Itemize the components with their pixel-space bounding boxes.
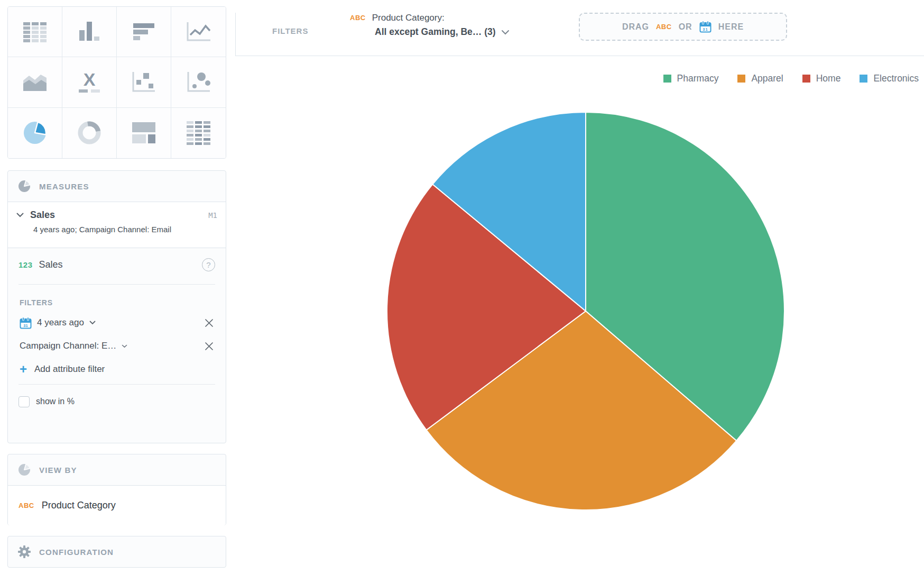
numeric-type-icon: 123 xyxy=(19,260,33,269)
abc-attribute-icon: ABC xyxy=(19,502,34,509)
table-icon xyxy=(23,21,47,42)
measure-detail: 4 years ago; Campaign Channel: Email xyxy=(33,225,217,234)
headline-icon: X xyxy=(79,71,100,93)
bar-chart-icon xyxy=(132,22,155,42)
chart-type-heatmap[interactable] xyxy=(171,108,226,158)
divider xyxy=(19,284,215,285)
product-category-filter-chip[interactable]: ABC Product Category: All except Gaming,… xyxy=(350,13,510,38)
measure-name: Sales xyxy=(30,209,55,221)
measure-item-sales[interactable]: Sales M1 4 years ago; Campaign Channel: … xyxy=(8,202,226,248)
view-by-attribute-item[interactable]: ABC Product Category xyxy=(8,485,226,525)
show-in-percent-toggle[interactable]: show in % xyxy=(8,388,226,415)
chevron-down-icon xyxy=(122,344,127,348)
chart-type-treemap[interactable] xyxy=(117,108,171,158)
chart-type-area[interactable] xyxy=(8,57,62,107)
attribute-filter[interactable]: Campaign Channel: E… xyxy=(20,341,127,351)
remove-date-filter-button[interactable] xyxy=(204,318,214,328)
add-attribute-filter-label: Add attribute filter xyxy=(34,364,105,375)
metric-name: Sales xyxy=(39,259,63,270)
calendar-icon: 31 xyxy=(699,21,712,33)
svg-text:31: 31 xyxy=(23,323,27,327)
configuration-panel-header[interactable]: CONFIGURATION xyxy=(8,536,226,567)
filter-bar: FILTERS ABC Product Category: All except… xyxy=(235,0,924,56)
bubble-chart-icon xyxy=(187,71,211,93)
view-by-bucket-icon xyxy=(17,463,31,477)
drop-zone-or-label: OR xyxy=(679,22,692,32)
scatter-plot-icon xyxy=(132,71,156,93)
metric-row[interactable]: 123 Sales ? xyxy=(8,248,226,281)
chevron-down-icon xyxy=(89,321,96,325)
column-chart-icon xyxy=(78,21,101,43)
analytical-designer: X xyxy=(0,0,924,574)
svg-text:31: 31 xyxy=(703,27,708,32)
chart-type-donut[interactable] xyxy=(62,108,117,158)
configuration-panel-title: CONFIGURATION xyxy=(39,548,114,557)
chart-type-column[interactable] xyxy=(62,7,117,57)
close-icon xyxy=(204,341,214,351)
chart-type-table[interactable] xyxy=(8,7,62,57)
headline-x: X xyxy=(79,71,100,87)
treemap-icon xyxy=(132,122,156,144)
gear-icon xyxy=(17,545,31,559)
divider xyxy=(19,384,215,385)
filter-drop-zone[interactable]: DRAG ABC OR 31 HERE xyxy=(579,13,787,41)
view-by-panel-header[interactable]: VIEW BY xyxy=(8,454,226,485)
sidebar: X xyxy=(7,0,226,574)
measure-filters-title: FILTERS xyxy=(8,288,226,311)
filter-bar-label: FILTERS xyxy=(272,26,308,35)
show-in-percent-checkbox[interactable] xyxy=(19,396,30,407)
view-by-panel-title: VIEW BY xyxy=(39,466,77,475)
configuration-panel: CONFIGURATION xyxy=(7,536,226,568)
chart-type-bar[interactable] xyxy=(117,7,171,57)
measures-panel: MEASURES Sales M1 4 years ago; Campaign … xyxy=(7,170,226,443)
chart-type-pie[interactable] xyxy=(8,108,62,158)
plus-icon: + xyxy=(20,365,27,374)
measures-panel-header[interactable]: MEASURES xyxy=(8,171,226,202)
date-filter-label: 4 years ago xyxy=(37,317,84,328)
view-by-panel: VIEW BY ABC Product Category xyxy=(7,454,226,525)
chart-type-line[interactable] xyxy=(171,7,226,57)
remove-attribute-filter-button[interactable] xyxy=(204,341,214,351)
help-icon[interactable]: ? xyxy=(202,258,215,271)
pie-chart xyxy=(235,56,924,574)
chart-type-selector: X xyxy=(7,6,226,159)
date-filter[interactable]: 31 4 years ago xyxy=(20,317,96,329)
close-icon xyxy=(204,318,214,328)
measures-panel-title: MEASURES xyxy=(39,182,89,191)
drop-zone-here-label: HERE xyxy=(718,22,744,32)
chevron-down-icon xyxy=(501,30,510,35)
filter-attribute-value: All except Gaming, Be… (3) xyxy=(375,26,496,38)
chart-type-headline[interactable]: X xyxy=(62,57,117,107)
abc-attribute-icon: ABC xyxy=(656,23,672,31)
attribute-filter-row: Campaign Channel: E… xyxy=(8,334,226,358)
filter-bar-left-border xyxy=(235,13,236,56)
measure-tag: M1 xyxy=(208,211,217,220)
chart-type-scatter[interactable] xyxy=(117,57,171,107)
filter-attribute-name: Product Category: xyxy=(372,13,445,23)
abc-attribute-icon: ABC xyxy=(350,14,366,22)
measures-bucket-icon xyxy=(17,179,31,193)
chart-type-bubble[interactable] xyxy=(171,57,226,107)
help-glyph: ? xyxy=(206,260,210,269)
add-attribute-filter-button[interactable]: + Add attribute filter xyxy=(8,358,226,381)
calendar-icon: 31 xyxy=(20,317,32,329)
date-filter-row: 31 4 years ago xyxy=(8,311,226,334)
pie-chart-icon-selected xyxy=(22,120,48,145)
line-chart-icon xyxy=(186,21,211,42)
attribute-filter-label: Campaign Channel: E… xyxy=(20,341,116,351)
drop-zone-drag-label: DRAG xyxy=(622,22,649,32)
chart-area: PharmacyApparelHomeElectronics xyxy=(235,56,924,574)
heatmap-icon xyxy=(187,121,210,145)
donut-chart-icon xyxy=(77,120,102,145)
area-chart-icon xyxy=(22,72,48,92)
view-by-attribute-name: Product Category xyxy=(42,500,116,511)
show-in-percent-label: show in % xyxy=(36,397,75,406)
chevron-down-icon xyxy=(16,213,24,217)
